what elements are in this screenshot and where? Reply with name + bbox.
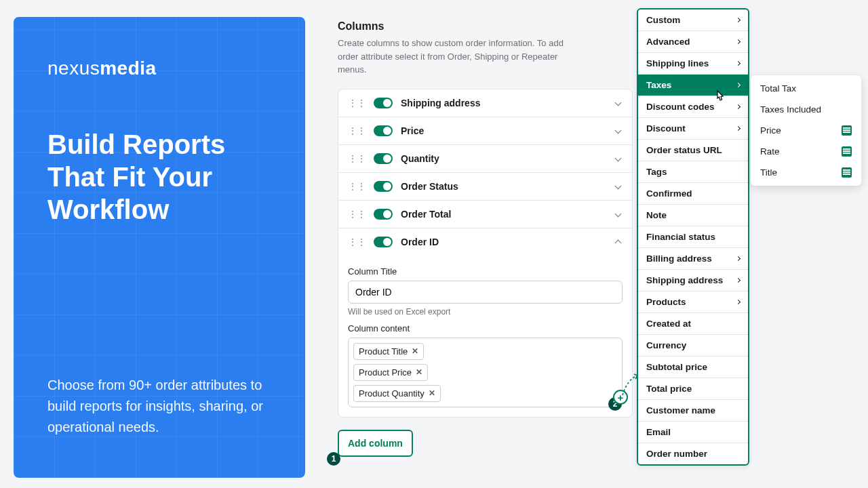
column-label: Price bbox=[401, 125, 608, 136]
menu-item[interactable]: Order status URL bbox=[638, 140, 748, 161]
menu-item[interactable]: Customer name bbox=[638, 400, 748, 422]
menu-item[interactable]: Total price bbox=[638, 378, 748, 400]
menu-item-label: Advanced bbox=[646, 37, 690, 47]
menu-item-label: Subtotal price bbox=[646, 362, 707, 372]
chevron-right-icon bbox=[736, 300, 741, 304]
drag-handle-icon[interactable]: ⋮⋮ bbox=[348, 153, 366, 164]
menu-item[interactable]: Tags bbox=[638, 161, 748, 183]
menu-item[interactable]: Taxes bbox=[638, 75, 748, 96]
toggle-switch[interactable] bbox=[374, 237, 393, 247]
chevron-down-icon[interactable] bbox=[615, 100, 622, 106]
drag-handle-icon[interactable]: ⋮⋮ bbox=[348, 125, 366, 136]
menu-item[interactable]: Products bbox=[638, 291, 748, 313]
columns-list: ⋮⋮ Shipping address ⋮⋮ Price ⋮⋮ Quantity… bbox=[338, 89, 633, 418]
chevron-down-icon[interactable] bbox=[615, 127, 622, 134]
chevron-down-icon[interactable] bbox=[615, 211, 622, 218]
add-attribute-icon[interactable]: + bbox=[613, 390, 628, 405]
menu-item-label: Order status URL bbox=[646, 145, 722, 155]
tag-label: Product Quantity bbox=[359, 388, 425, 399]
brand-logo: nexusmedia bbox=[47, 58, 271, 79]
submenu-item-label: Taxes Included bbox=[760, 104, 821, 115]
toggle-switch[interactable] bbox=[374, 153, 393, 164]
column-row[interactable]: ⋮⋮ Order Total bbox=[338, 201, 632, 228]
repeater-icon bbox=[842, 167, 852, 178]
column-title-help: Will be used on Excel export bbox=[348, 307, 623, 317]
column-row[interactable]: ⋮⋮ Quantity bbox=[338, 145, 632, 173]
content-tag[interactable]: Product Title✕ bbox=[353, 343, 424, 360]
chevron-right-icon bbox=[736, 126, 741, 131]
menu-item-label: Shipping address bbox=[646, 275, 723, 285]
logo-second: media bbox=[100, 58, 156, 79]
column-label: Order Status bbox=[401, 181, 608, 192]
menu-item[interactable]: Note bbox=[638, 205, 748, 226]
taxes-submenu[interactable]: Total TaxTaxes IncludedPriceRateTitle bbox=[751, 75, 861, 186]
drag-handle-icon[interactable]: ⋮⋮ bbox=[348, 98, 366, 108]
column-content-input[interactable]: Product Title✕ Product Price✕ Product Qu… bbox=[348, 338, 623, 407]
menu-item[interactable]: Subtotal price bbox=[638, 357, 748, 378]
repeater-icon bbox=[842, 146, 852, 157]
drag-handle-icon[interactable]: ⋮⋮ bbox=[348, 181, 366, 192]
chevron-right-icon bbox=[736, 83, 741, 87]
menu-item-label: Order number bbox=[646, 449, 707, 459]
menu-item-label: Customer name bbox=[646, 405, 715, 415]
section-title: Columns bbox=[338, 20, 633, 33]
content-tag[interactable]: Product Price✕ bbox=[353, 364, 428, 381]
menu-item-label: Created at bbox=[646, 319, 691, 329]
menu-item[interactable]: Shipping lines bbox=[638, 53, 748, 75]
toggle-switch[interactable] bbox=[374, 98, 393, 108]
column-title-input[interactable] bbox=[348, 281, 623, 304]
promo-panel: nexusmedia Build Reports That Fit Your W… bbox=[14, 17, 305, 478]
menu-item-label: Discount bbox=[646, 123, 686, 134]
menu-item[interactable]: Discount codes bbox=[638, 96, 748, 118]
remove-tag-icon[interactable]: ✕ bbox=[429, 388, 435, 398]
section-description: Create columns to show custom order info… bbox=[338, 37, 568, 77]
menu-item[interactable]: Shipping address bbox=[638, 270, 748, 291]
column-expanded-panel: Column Title Will be used on Excel expor… bbox=[338, 256, 632, 417]
menu-item[interactable]: Financial status bbox=[638, 226, 748, 248]
submenu-item-label: Total Tax bbox=[760, 83, 796, 94]
remove-tag-icon[interactable]: ✕ bbox=[412, 346, 418, 356]
toggle-switch[interactable] bbox=[374, 209, 393, 220]
add-column-button[interactable]: Add column bbox=[338, 430, 413, 457]
drag-handle-icon[interactable]: ⋮⋮ bbox=[348, 209, 366, 220]
submenu-item[interactable]: Price bbox=[751, 120, 861, 141]
chevron-right-icon bbox=[736, 39, 741, 44]
menu-item[interactable]: Currency bbox=[638, 335, 748, 357]
column-row[interactable]: ⋮⋮ Order Status bbox=[338, 173, 632, 201]
column-row[interactable]: ⋮⋮ Order ID bbox=[338, 228, 632, 256]
chevron-down-icon[interactable] bbox=[615, 183, 622, 190]
menu-item[interactable]: Created at bbox=[638, 313, 748, 335]
submenu-item-label: Title bbox=[760, 167, 777, 178]
drag-handle-icon[interactable]: ⋮⋮ bbox=[348, 237, 366, 247]
remove-tag-icon[interactable]: ✕ bbox=[416, 367, 422, 377]
menu-item[interactable]: Email bbox=[638, 422, 748, 443]
menu-item[interactable]: Confirmed bbox=[638, 183, 748, 205]
submenu-item[interactable]: Total Tax bbox=[751, 78, 861, 99]
content-tag[interactable]: Product Quantity✕ bbox=[353, 385, 441, 402]
submenu-item[interactable]: Title bbox=[751, 162, 861, 183]
menu-item-label: Note bbox=[646, 210, 667, 220]
menu-item[interactable]: Order number bbox=[638, 443, 748, 464]
menu-item-label: Total price bbox=[646, 384, 692, 394]
menu-item[interactable]: Advanced bbox=[638, 31, 748, 53]
column-row[interactable]: ⋮⋮ Price bbox=[338, 117, 632, 145]
subheadline-text: Choose from 90+ order attributes to buil… bbox=[47, 375, 271, 438]
menu-item-label: Products bbox=[646, 297, 686, 307]
menu-item[interactable]: Discount bbox=[638, 118, 748, 140]
column-label: Order Total bbox=[401, 209, 608, 220]
menu-item[interactable]: Custom bbox=[638, 9, 748, 31]
column-title-label: Column Title bbox=[348, 266, 623, 277]
submenu-item[interactable]: Taxes Included bbox=[751, 99, 861, 120]
chevron-down-icon[interactable] bbox=[615, 155, 622, 162]
column-row[interactable]: ⋮⋮ Shipping address bbox=[338, 89, 632, 117]
tag-label: Product Title bbox=[359, 346, 408, 357]
attributes-menu[interactable]: CustomAdvancedShipping linesTaxesDiscoun… bbox=[637, 8, 749, 466]
menu-item-label: Tags bbox=[646, 167, 667, 177]
chevron-up-icon[interactable] bbox=[615, 240, 622, 247]
menu-item[interactable]: Billing address bbox=[638, 248, 748, 270]
toggle-switch[interactable] bbox=[374, 181, 393, 192]
toggle-switch[interactable] bbox=[374, 125, 393, 136]
menu-item-label: Discount codes bbox=[646, 102, 715, 112]
submenu-item[interactable]: Rate bbox=[751, 141, 861, 162]
menu-item-label: Custom bbox=[646, 15, 680, 25]
